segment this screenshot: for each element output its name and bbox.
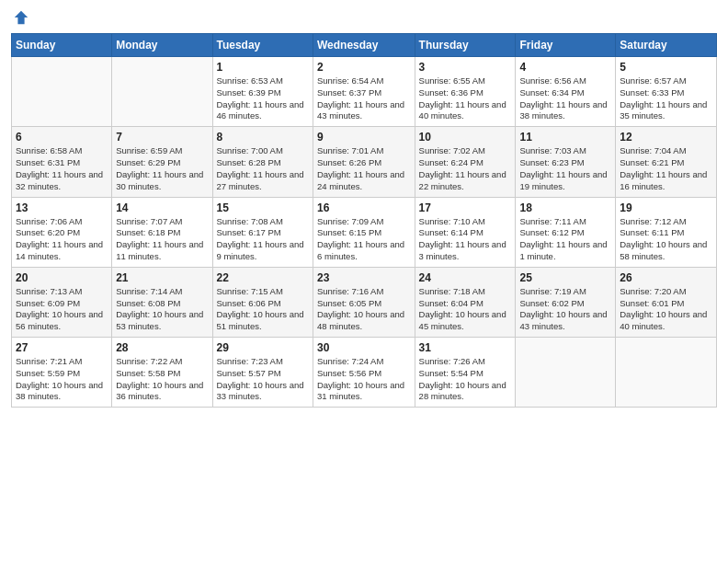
- day-number: 27: [16, 341, 108, 354]
- day-info: Sunrise: 6:54 AM Sunset: 6:37 PM Dayligh…: [317, 75, 411, 122]
- calendar-cell: 5Sunrise: 6:57 AM Sunset: 6:33 PM Daylig…: [616, 57, 717, 127]
- weekday-header-monday: Monday: [112, 34, 212, 57]
- day-number: 30: [317, 341, 411, 354]
- day-number: 7: [116, 131, 208, 144]
- day-info: Sunrise: 6:56 AM Sunset: 6:34 PM Dayligh…: [519, 75, 611, 122]
- day-info: Sunrise: 7:00 AM Sunset: 6:28 PM Dayligh…: [217, 145, 309, 192]
- day-number: 15: [217, 201, 309, 214]
- calendar-cell: 21Sunrise: 7:14 AM Sunset: 6:08 PM Dayli…: [112, 267, 212, 337]
- day-info: Sunrise: 7:22 AM Sunset: 5:58 PM Dayligh…: [116, 356, 208, 403]
- day-info: Sunrise: 7:09 AM Sunset: 6:15 PM Dayligh…: [317, 216, 411, 263]
- calendar-cell: [12, 57, 112, 127]
- day-number: 17: [419, 201, 512, 214]
- day-number: 20: [16, 271, 108, 284]
- day-info: Sunrise: 7:15 AM Sunset: 6:06 PM Dayligh…: [217, 286, 309, 333]
- day-info: Sunrise: 7:10 AM Sunset: 6:14 PM Dayligh…: [419, 216, 512, 263]
- day-info: Sunrise: 6:59 AM Sunset: 6:29 PM Dayligh…: [116, 145, 208, 192]
- day-info: Sunrise: 7:19 AM Sunset: 6:02 PM Dayligh…: [519, 286, 611, 333]
- day-info: Sunrise: 7:11 AM Sunset: 6:12 PM Dayligh…: [519, 216, 611, 263]
- day-number: 24: [419, 271, 512, 284]
- day-number: 26: [620, 271, 712, 284]
- day-info: Sunrise: 7:16 AM Sunset: 6:05 PM Dayligh…: [317, 286, 411, 333]
- calendar-cell: 14Sunrise: 7:07 AM Sunset: 6:18 PM Dayli…: [112, 197, 212, 267]
- calendar-cell: 12Sunrise: 7:04 AM Sunset: 6:21 PM Dayli…: [616, 127, 717, 197]
- day-number: 10: [419, 131, 512, 144]
- day-info: Sunrise: 6:55 AM Sunset: 6:36 PM Dayligh…: [419, 75, 512, 122]
- day-info: Sunrise: 7:14 AM Sunset: 6:08 PM Dayligh…: [116, 286, 208, 333]
- day-number: 28: [116, 341, 208, 354]
- calendar-cell: 26Sunrise: 7:20 AM Sunset: 6:01 PM Dayli…: [616, 267, 717, 337]
- day-number: 23: [317, 271, 411, 284]
- day-number: 31: [419, 341, 512, 354]
- calendar-cell: 24Sunrise: 7:18 AM Sunset: 6:04 PM Dayli…: [415, 267, 516, 337]
- calendar-cell: 11Sunrise: 7:03 AM Sunset: 6:23 PM Dayli…: [516, 127, 616, 197]
- calendar-cell: [112, 57, 212, 127]
- day-number: 16: [317, 201, 411, 214]
- weekday-header-row: SundayMondayTuesdayWednesdayThursdayFrid…: [12, 34, 717, 57]
- week-row-3: 13Sunrise: 7:06 AM Sunset: 6:20 PM Dayli…: [12, 197, 717, 267]
- day-info: Sunrise: 7:01 AM Sunset: 6:26 PM Dayligh…: [317, 145, 411, 192]
- calendar-cell: 30Sunrise: 7:24 AM Sunset: 5:56 PM Dayli…: [313, 338, 415, 408]
- day-info: Sunrise: 7:21 AM Sunset: 5:59 PM Dayligh…: [16, 356, 108, 403]
- day-info: Sunrise: 7:08 AM Sunset: 6:17 PM Dayligh…: [217, 216, 309, 263]
- calendar-cell: 22Sunrise: 7:15 AM Sunset: 6:06 PM Dayli…: [212, 267, 313, 337]
- day-number: 25: [519, 271, 611, 284]
- calendar-cell: 23Sunrise: 7:16 AM Sunset: 6:05 PM Dayli…: [313, 267, 415, 337]
- day-number: 4: [519, 61, 611, 74]
- calendar-cell: 18Sunrise: 7:11 AM Sunset: 6:12 PM Dayli…: [516, 197, 616, 267]
- day-number: 18: [519, 201, 611, 214]
- logo-text: [11, 9, 29, 26]
- day-info: Sunrise: 6:57 AM Sunset: 6:33 PM Dayligh…: [620, 75, 712, 122]
- day-number: 8: [217, 131, 309, 144]
- day-number: 21: [116, 271, 208, 284]
- calendar-cell: 3Sunrise: 6:55 AM Sunset: 6:36 PM Daylig…: [415, 57, 516, 127]
- week-row-2: 6Sunrise: 6:58 AM Sunset: 6:31 PM Daylig…: [12, 127, 717, 197]
- week-row-1: 1Sunrise: 6:53 AM Sunset: 6:39 PM Daylig…: [12, 57, 717, 127]
- page: SundayMondayTuesdayWednesdayThursdayFrid…: [0, 0, 728, 563]
- calendar-cell: 28Sunrise: 7:22 AM Sunset: 5:58 PM Dayli…: [112, 338, 212, 408]
- day-number: 12: [620, 131, 712, 144]
- calendar-cell: 19Sunrise: 7:12 AM Sunset: 6:11 PM Dayli…: [616, 197, 717, 267]
- calendar-cell: 16Sunrise: 7:09 AM Sunset: 6:15 PM Dayli…: [313, 197, 415, 267]
- calendar-cell: [516, 338, 616, 408]
- weekday-header-thursday: Thursday: [415, 34, 516, 57]
- day-number: 5: [620, 61, 712, 74]
- weekday-header-sunday: Sunday: [12, 34, 112, 57]
- day-number: 2: [317, 61, 411, 74]
- day-number: 22: [217, 271, 309, 284]
- calendar-cell: 25Sunrise: 7:19 AM Sunset: 6:02 PM Dayli…: [516, 267, 616, 337]
- day-number: 29: [217, 341, 309, 354]
- day-number: 14: [116, 201, 208, 214]
- weekday-header-tuesday: Tuesday: [212, 34, 313, 57]
- calendar-cell: 6Sunrise: 6:58 AM Sunset: 6:31 PM Daylig…: [12, 127, 112, 197]
- calendar-cell: 20Sunrise: 7:13 AM Sunset: 6:09 PM Dayli…: [12, 267, 112, 337]
- calendar: SundayMondayTuesdayWednesdayThursdayFrid…: [11, 33, 717, 408]
- svg-marker-0: [15, 11, 28, 24]
- day-info: Sunrise: 6:58 AM Sunset: 6:31 PM Dayligh…: [16, 145, 108, 192]
- day-info: Sunrise: 7:02 AM Sunset: 6:24 PM Dayligh…: [419, 145, 512, 192]
- day-number: 19: [620, 201, 712, 214]
- weekday-header-saturday: Saturday: [616, 34, 717, 57]
- day-info: Sunrise: 7:03 AM Sunset: 6:23 PM Dayligh…: [519, 145, 611, 192]
- calendar-cell: 4Sunrise: 6:56 AM Sunset: 6:34 PM Daylig…: [516, 57, 616, 127]
- day-number: 13: [16, 201, 108, 214]
- calendar-cell: 10Sunrise: 7:02 AM Sunset: 6:24 PM Dayli…: [415, 127, 516, 197]
- day-info: Sunrise: 7:07 AM Sunset: 6:18 PM Dayligh…: [116, 216, 208, 263]
- calendar-cell: 9Sunrise: 7:01 AM Sunset: 6:26 PM Daylig…: [313, 127, 415, 197]
- day-number: 3: [419, 61, 512, 74]
- calendar-cell: 7Sunrise: 6:59 AM Sunset: 6:29 PM Daylig…: [112, 127, 212, 197]
- day-number: 11: [519, 131, 611, 144]
- day-number: 9: [317, 131, 411, 144]
- calendar-cell: 29Sunrise: 7:23 AM Sunset: 5:57 PM Dayli…: [212, 338, 313, 408]
- day-info: Sunrise: 7:24 AM Sunset: 5:56 PM Dayligh…: [317, 356, 411, 403]
- calendar-cell: 13Sunrise: 7:06 AM Sunset: 6:20 PM Dayli…: [12, 197, 112, 267]
- day-info: Sunrise: 7:20 AM Sunset: 6:01 PM Dayligh…: [620, 286, 712, 333]
- day-number: 1: [217, 61, 309, 74]
- day-info: Sunrise: 6:53 AM Sunset: 6:39 PM Dayligh…: [217, 75, 309, 122]
- day-info: Sunrise: 7:06 AM Sunset: 6:20 PM Dayligh…: [16, 216, 108, 263]
- logo: [11, 9, 29, 26]
- day-info: Sunrise: 7:23 AM Sunset: 5:57 PM Dayligh…: [217, 356, 309, 403]
- day-info: Sunrise: 7:26 AM Sunset: 5:54 PM Dayligh…: [419, 356, 512, 403]
- calendar-cell: 2Sunrise: 6:54 AM Sunset: 6:37 PM Daylig…: [313, 57, 415, 127]
- calendar-cell: 1Sunrise: 6:53 AM Sunset: 6:39 PM Daylig…: [212, 57, 313, 127]
